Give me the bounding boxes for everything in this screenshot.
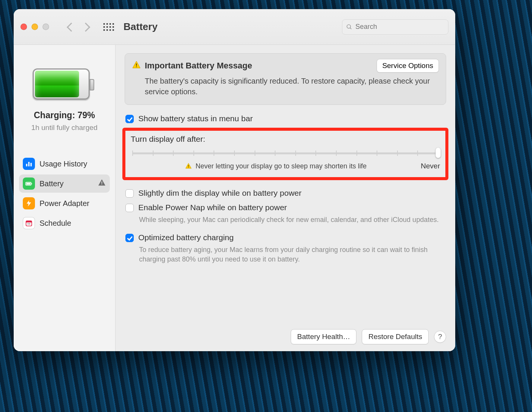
sidebar-item-usage-history[interactable]: Usage History [19,155,110,173]
warning-icon [98,179,106,189]
bolt-icon [23,197,35,209]
svg-rect-16 [188,165,189,167]
alert-title: Important Battery Message [145,61,252,71]
svg-rect-9 [101,184,102,184]
display-off-highlight: Turn display off after: Never letting yo… [122,128,448,180]
charge-estimate: 1h until fully charged [31,124,97,132]
svg-rect-4 [30,163,32,166]
display-off-label: Turn display off after: [131,135,440,144]
dim-row: Slightly dim the display while on batter… [125,189,446,198]
show-all-icon[interactable] [104,22,114,32]
svg-rect-14 [136,63,137,66]
show-menu-row: Show battery status in menu bar [125,114,446,123]
show-menu-label: Show battery status in menu bar [138,114,253,123]
sidebar-item-label: Usage History [40,160,87,168]
svg-rect-12 [28,223,29,225]
nav-buttons [66,24,90,30]
slider-warning: Never letting your display go to sleep m… [185,162,367,170]
preferences-window: Battery Charging: 79% 1h until fully cha… [14,9,455,351]
sidebar: Charging: 79% 1h until fully charged Usa… [14,45,116,351]
window-controls [21,24,49,30]
minimize-window-button[interactable] [32,24,38,30]
sidebar-item-battery[interactable]: Battery [19,174,110,193]
zoom-window-button[interactable] [43,24,49,30]
battery-health-button[interactable]: Battery Health… [291,329,356,344]
alert-body: The battery's capacity is significantly … [132,76,439,97]
svg-point-0 [347,24,351,28]
help-button[interactable]: ? [434,331,446,343]
footer: Battery Health… Restore Defaults ? [125,326,446,344]
battery-icon [23,177,35,190]
optimized-row: Optimized battery charging [125,233,446,242]
svg-rect-2 [26,164,27,166]
svg-rect-8 [101,181,102,184]
svg-rect-13 [29,223,30,225]
sidebar-item-label: Power Adapter [40,199,89,208]
sidebar-item-label: Schedule [40,219,71,228]
toolbar: Battery [14,9,455,45]
svg-rect-3 [28,162,29,166]
sidebar-nav: Usage History Battery Power Adapter [14,155,115,232]
svg-rect-15 [136,67,137,67]
powernap-row: Enable Power Nap while on battery power [125,203,446,212]
svg-rect-11 [26,221,32,222]
close-window-button[interactable] [21,24,27,30]
slider-thumb[interactable] [435,147,441,158]
svg-rect-7 [26,183,30,184]
optimized-checkbox[interactable] [125,234,134,242]
warning-icon [132,60,141,71]
svg-rect-6 [32,183,32,184]
service-options-button[interactable]: Service Options [377,59,439,73]
powernap-checkbox[interactable] [125,204,134,212]
sidebar-item-power-adapter[interactable]: Power Adapter [19,194,110,212]
charge-status: Charging: 79% [34,110,95,120]
powernap-label: Enable Power Nap while on battery power [138,203,287,212]
svg-rect-17 [188,167,189,168]
slider-value: Never [421,162,440,170]
bar-chart-icon [23,158,35,170]
dim-checkbox[interactable] [125,189,134,198]
back-button[interactable] [66,24,73,30]
forward-button[interactable] [83,24,90,30]
battery-alert: Important Battery Message Service Option… [125,53,446,105]
main-pane: Important Battery Message Service Option… [116,45,455,351]
search-icon [346,24,352,30]
slider-ticks [132,151,439,156]
svg-line-1 [350,28,351,29]
calendar-icon [23,217,35,229]
optimized-label: Optimized battery charging [138,233,234,242]
sidebar-item-label: Battery [40,179,63,188]
search-input[interactable] [355,23,444,31]
search-field[interactable] [342,19,448,35]
dim-label: Slightly dim the display while on batter… [138,189,302,198]
sidebar-item-schedule[interactable]: Schedule [19,214,110,232]
optimized-desc: To reduce battery aging, your Mac learns… [139,245,446,264]
restore-defaults-button[interactable]: Restore Defaults [362,329,429,344]
window-title: Battery [124,21,158,33]
powernap-desc: While sleeping, your Mac can periodicall… [139,215,446,225]
display-off-slider[interactable] [132,149,439,157]
battery-glyph [33,68,97,100]
show-menu-checkbox[interactable] [125,115,134,123]
